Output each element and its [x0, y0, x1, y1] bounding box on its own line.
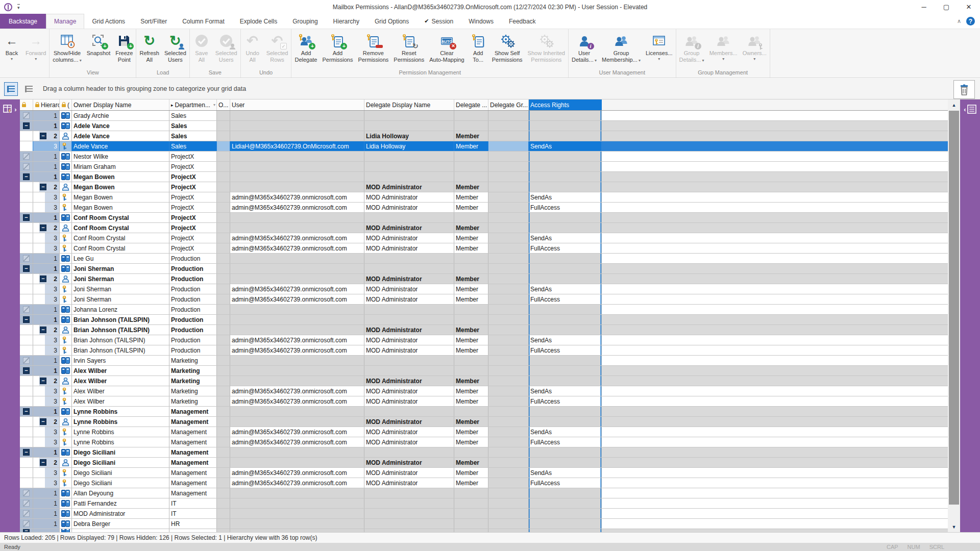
- grid-row[interactable]: −1Joni ShermanProduction: [20, 264, 948, 274]
- cell-ddn[interactable]: MOD Administrator: [364, 427, 454, 437]
- cell-ddn[interactable]: MOD Administrator: [364, 376, 454, 386]
- snapshot-button[interactable]: +Snapshot: [84, 30, 113, 57]
- grid-row[interactable]: −2Conf Room CrystalProjectXMOD Administr…: [20, 223, 948, 233]
- cell-owner[interactable]: Patti Fernandez: [72, 498, 169, 508]
- cell-dgroup[interactable]: [488, 294, 529, 304]
- cell-owner[interactable]: Lee Gu: [72, 254, 169, 263]
- cell-user[interactable]: admin@M365x34602739.onmicrosoft.com: [230, 335, 364, 345]
- cell-owner[interactable]: Diego Siciliani: [72, 447, 169, 457]
- cell-owner[interactable]: Alex Wilber: [72, 366, 169, 375]
- cell-delegate[interactable]: Member: [454, 437, 488, 447]
- grid-row[interactable]: 3Alex WilberMarketingadmin@M365x34602739…: [20, 396, 948, 407]
- cell-ind[interactable]: [20, 519, 33, 529]
- cell-access[interactable]: SendAs: [529, 468, 602, 478]
- column-header-o[interactable]: O...: [217, 99, 230, 110]
- column-header-icon[interactable]: (: [60, 99, 72, 110]
- cell-hier[interactable]: −2: [33, 417, 60, 427]
- cell-access[interactable]: SendAs: [529, 141, 602, 151]
- cell-user[interactable]: [230, 325, 364, 335]
- tab-hierarchy[interactable]: Hierarchy: [326, 14, 367, 29]
- user-details-button[interactable]: iUser Details... ▾: [569, 30, 599, 64]
- reset-permissions-button[interactable]: ↻Reset Permissions: [391, 30, 427, 63]
- cell-access[interactable]: FullAccess: [529, 396, 602, 406]
- tab-sort-filter[interactable]: Sort/Filter: [133, 14, 175, 29]
- cell-user[interactable]: admin@M365x34602739.onmicrosoft.com: [230, 468, 364, 478]
- cell-delegate[interactable]: Member: [454, 223, 488, 233]
- cell-owner[interactable]: Adele Vance: [72, 131, 169, 141]
- cell-icon[interactable]: [60, 152, 72, 161]
- grid-row[interactable]: 3Conf Room CrystalProjectXadmin@M365x346…: [20, 233, 948, 243]
- cell-user[interactable]: admin@M365x34602739.onmicrosoft.com: [230, 203, 364, 212]
- cell-access[interactable]: [529, 223, 602, 233]
- hierarchy-view-toggle[interactable]: [4, 82, 18, 96]
- cell-ind[interactable]: [20, 325, 33, 335]
- cell-dgroup[interactable]: [488, 233, 529, 243]
- cell-dgroup[interactable]: [488, 315, 529, 324]
- cell-user[interactable]: admin@M365x34602739.onmicrosoft.com: [230, 345, 364, 355]
- cell-ddn[interactable]: MOD Administrator: [364, 417, 454, 427]
- collapse-group-icon[interactable]: −: [23, 367, 30, 374]
- cell-ind[interactable]: [20, 437, 33, 447]
- grid-row[interactable]: 3Diego SicilianiManagementadmin@M365x346…: [20, 478, 948, 488]
- cell-user[interactable]: [230, 366, 364, 375]
- right-panel-strip[interactable]: ‹: [960, 99, 980, 532]
- cell-o[interactable]: [217, 458, 230, 467]
- cell-ind[interactable]: [20, 141, 33, 151]
- minimize-button[interactable]: ─: [913, 0, 935, 14]
- cell-icon[interactable]: [60, 203, 72, 212]
- cell-o[interactable]: [217, 437, 230, 447]
- cell-dept[interactable]: ProjectX: [169, 152, 217, 161]
- column-header-dept[interactable]: ▸Departmen...▾: [169, 99, 217, 110]
- cell-dept[interactable]: ProjectX: [169, 172, 217, 182]
- cell-o[interactable]: [217, 294, 230, 304]
- cell-delegate[interactable]: [454, 264, 488, 273]
- cell-owner[interactable]: MOD Administrator: [72, 509, 169, 518]
- grid-row[interactable]: 3Lynne RobbinsManagementadmin@M365x34602…: [20, 437, 948, 447]
- tab-manage[interactable]: Manage: [46, 14, 84, 29]
- cell-owner[interactable]: Joni Sherman: [72, 264, 169, 273]
- cell-user[interactable]: [230, 447, 364, 457]
- cell-dept[interactable]: ProjectX: [169, 203, 217, 212]
- cell-owner[interactable]: Joni Sherman: [72, 274, 169, 284]
- grid-row[interactable]: −2Joni ShermanProductionMOD Administrato…: [20, 274, 948, 284]
- cell-access[interactable]: SendAs: [529, 427, 602, 437]
- undo-all-button[interactable]: ↶Undo All: [241, 30, 264, 63]
- cell-delegate[interactable]: [454, 488, 488, 498]
- grid-row[interactable]: 3Joni ShermanProductionadmin@M365x346027…: [20, 294, 948, 305]
- cell-dept[interactable]: Management: [169, 427, 217, 437]
- cell-hier[interactable]: −2: [33, 223, 60, 233]
- grid-row[interactable]: 3Brian Johnson (TAILSPIN)Productionadmin…: [20, 335, 948, 345]
- collapse-group-icon[interactable]: −: [40, 378, 46, 384]
- grid-row[interactable]: 1Lee GuProduction: [20, 254, 948, 264]
- cell-ddn[interactable]: [364, 172, 454, 182]
- grid-row[interactable]: −2Diego SicilianiManagementMOD Administr…: [20, 458, 948, 468]
- scroll-up-button[interactable]: ▲: [948, 99, 960, 110]
- cell-o[interactable]: [217, 152, 230, 161]
- cell-delegate[interactable]: Member: [454, 396, 488, 406]
- cell-dept[interactable]: Marketing: [169, 356, 217, 365]
- cell-delegate[interactable]: [454, 172, 488, 182]
- cell-access[interactable]: [529, 488, 602, 498]
- cell-ddn[interactable]: [364, 264, 454, 273]
- cell-o[interactable]: [217, 182, 230, 192]
- cell-owner[interactable]: Johanna Lorenz: [72, 305, 169, 314]
- cell-user[interactable]: [230, 213, 364, 222]
- cell-dgroup[interactable]: [488, 519, 529, 529]
- cell-ddn[interactable]: [364, 162, 454, 171]
- cell-o[interactable]: [217, 233, 230, 243]
- cell-access[interactable]: FullAccess: [529, 345, 602, 355]
- cell-delegate[interactable]: [454, 498, 488, 508]
- cell-dept[interactable]: ProjectX: [169, 213, 217, 222]
- add-delegate-button[interactable]: +Add Delegate: [292, 30, 320, 63]
- cell-user[interactable]: admin@M365x34602739.onmicrosoft.com: [230, 396, 364, 406]
- cell-o[interactable]: [217, 427, 230, 437]
- collapse-group-icon[interactable]: −: [23, 214, 30, 221]
- cell-dgroup[interactable]: [488, 437, 529, 447]
- cell-dept[interactable]: Marketing: [169, 386, 217, 396]
- cell-ind[interactable]: [20, 488, 33, 498]
- cell-o[interactable]: [217, 478, 230, 488]
- cell-user[interactable]: admin@M365x34602739.onmicrosoft.com: [230, 284, 364, 294]
- grid-row[interactable]: 3Megan BowenProjectXadmin@M365x34602739.…: [20, 192, 948, 203]
- cell-dept[interactable]: ProjectX: [169, 223, 217, 233]
- cell-dgroup[interactable]: [488, 223, 529, 233]
